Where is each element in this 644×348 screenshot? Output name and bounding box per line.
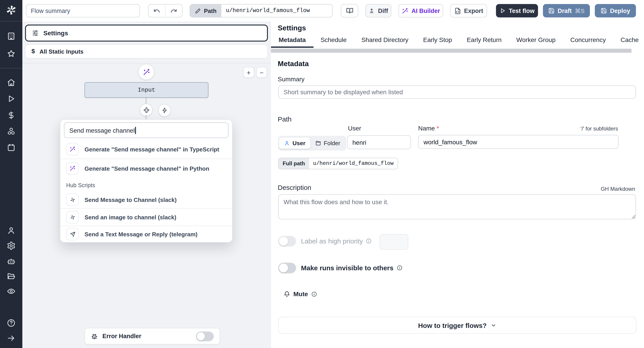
screen: Flow summary Path u/henri/world_fam — [0, 0, 644, 348]
summary-input[interactable] — [278, 85, 636, 99]
flow-edge — [146, 115, 146, 119]
input-node[interactable]: Input — [84, 82, 208, 98]
redo-icon — [170, 7, 177, 14]
dollar-icon: $ — [31, 48, 35, 55]
magic-wand-icon — [66, 162, 79, 175]
sidebar-divider — [0, 68, 22, 68]
invisible-runs-label: Make runs invisible to others — [301, 264, 402, 272]
metadata-heading: Metadata — [278, 60, 309, 68]
owner-folder-option[interactable]: Folder — [310, 138, 345, 149]
magic-wand-icon — [142, 68, 150, 76]
tab-worker-group[interactable]: Worker Group — [516, 36, 556, 45]
description-label: Description — [278, 183, 311, 191]
generate-typescript-item[interactable]: Generate "Send message channel" in TypeS… — [60, 140, 232, 159]
book-open-icon — [346, 7, 353, 14]
flow-edge — [146, 97, 146, 104]
undo-redo-group — [148, 4, 182, 17]
export-button[interactable]: Export — [450, 4, 487, 17]
undo-button[interactable] — [148, 4, 165, 17]
tab-shared-directory[interactable]: Shared Directory — [361, 36, 408, 45]
trigger-help-button[interactable]: How to trigger flows? — [278, 317, 636, 334]
sidebar-item-help[interactable] — [7, 319, 16, 328]
flow-summary-input[interactable]: Flow summary — [26, 4, 140, 17]
sidebar-divider — [0, 21, 22, 21]
diff-icon — [369, 7, 375, 14]
tab-early-return[interactable]: Early Return — [467, 36, 502, 45]
sidebar-item-runs[interactable] — [7, 94, 16, 103]
path-pill-label[interactable]: Path — [190, 4, 222, 17]
flow-summary-text: Flow summary — [31, 7, 70, 14]
info-icon — [396, 265, 402, 271]
generate-python-item[interactable]: Generate "Send message channel" in Pytho… — [60, 159, 232, 178]
magic-wand-icon — [66, 143, 79, 156]
sidebar-item-resources[interactable] — [7, 127, 16, 136]
flow-graph-panel: Settings $ All Static Inputs + − Input — [22, 21, 272, 348]
path-pill[interactable]: Path u/henri/world_famous_flow — [190, 4, 333, 17]
draft-button[interactable]: Draft ⌘S — [543, 4, 590, 17]
path-name-input[interactable] — [418, 135, 618, 149]
tab-metadata[interactable]: Metadata — [278, 36, 306, 45]
path-user-input[interactable] — [347, 135, 411, 149]
chevron-down-icon — [490, 322, 496, 328]
redo-button[interactable] — [165, 4, 182, 17]
tab-cache[interactable]: Cache — [620, 36, 639, 45]
play-icon — [499, 7, 506, 14]
tab-schedule[interactable]: Schedule — [320, 36, 346, 45]
all-static-inputs-card[interactable]: $ All Static Inputs — [25, 44, 268, 58]
user-icon — [284, 140, 290, 146]
ai-builder-button[interactable]: AI Builder — [398, 4, 443, 17]
draft-shortcut: ⌘S — [575, 7, 584, 14]
sidebar-item-workers[interactable] — [7, 257, 16, 266]
hub-script-item[interactable]: Send an image to channel (slack) — [60, 209, 232, 226]
file-export-icon — [454, 7, 461, 14]
mute-row[interactable]: Mute — [284, 290, 317, 298]
zoom-out-button[interactable]: − — [256, 67, 267, 78]
error-handler-toggle[interactable] — [196, 331, 214, 341]
step-search-input[interactable]: Send message channel — [64, 122, 228, 138]
hub-scripts-header: Hub Scripts — [66, 182, 95, 188]
sidebar-item-favorites[interactable] — [7, 49, 16, 58]
tab-early-stop[interactable]: Early Stop — [423, 36, 452, 45]
test-flow-button[interactable]: Test flow — [496, 4, 538, 17]
sidebar-collapse-toggle[interactable] — [7, 334, 16, 343]
sidebar-item-home[interactable] — [7, 78, 16, 87]
high-priority-toggle[interactable] — [278, 236, 296, 247]
error-handler-node[interactable]: Error Handler — [84, 328, 220, 345]
windmill-flow-editor: Flow summary Path u/henri/world_fam — [0, 0, 644, 348]
sidebar-item-schedules[interactable] — [7, 143, 16, 152]
sidebar-item-variables[interactable] — [7, 111, 16, 120]
deploy-button[interactable]: Deploy — [595, 4, 636, 17]
sidebar-item-users[interactable] — [7, 226, 16, 235]
bell-icon — [284, 291, 290, 297]
undo-icon — [154, 7, 160, 14]
sidebar-item-settings[interactable] — [7, 241, 16, 250]
diff-button[interactable]: Diff — [366, 4, 391, 17]
sidebar-item-workspace[interactable] — [7, 32, 16, 41]
plus-cross-icon — [143, 107, 150, 113]
windmill-logo-icon[interactable] — [5, 4, 18, 16]
owner-user-option[interactable]: User — [279, 138, 310, 149]
user-column-label: User — [348, 125, 361, 132]
required-marker: * — [437, 125, 439, 132]
slack-icon — [66, 193, 79, 206]
flow-settings-card[interactable]: Settings — [25, 24, 268, 41]
folder-icon — [315, 140, 321, 146]
hub-script-item[interactable]: Send a Text Message or Reply (telegram) — [60, 226, 232, 242]
sidebar-item-audit-logs[interactable] — [7, 287, 16, 296]
tab-concurrency[interactable]: Concurrency — [570, 36, 606, 45]
info-icon — [311, 291, 317, 297]
sidebar-item-folders[interactable] — [7, 272, 16, 281]
text-caret — [135, 127, 136, 134]
ai-flow-button[interactable] — [138, 64, 154, 80]
add-step-button[interactable] — [140, 104, 152, 116]
description-textarea[interactable] — [278, 194, 636, 219]
sidebar — [0, 0, 22, 348]
add-trigger-button[interactable] — [158, 104, 171, 117]
invisible-runs-toggle[interactable] — [278, 263, 296, 273]
hub-script-item[interactable]: Send Message to Channel (slack) — [60, 191, 232, 208]
full-path-label: Full path — [278, 158, 309, 169]
docs-button[interactable] — [341, 4, 358, 17]
zoom-in-button[interactable]: + — [243, 67, 254, 78]
pencil-icon — [195, 8, 201, 14]
tabs-horizontal-scrollbar[interactable] — [271, 49, 632, 53]
